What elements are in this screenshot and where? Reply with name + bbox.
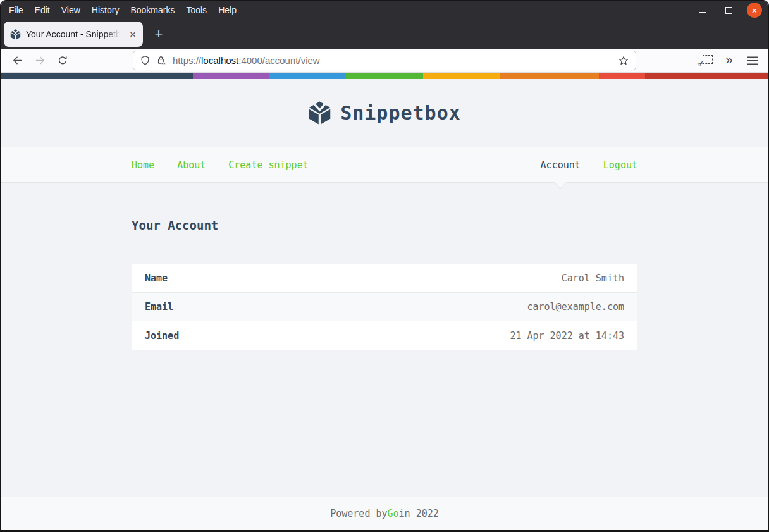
row-value: carol@example.com xyxy=(527,301,624,312)
menu-file[interactable]: File xyxy=(3,1,29,20)
brand-link[interactable]: Snippetbox xyxy=(308,101,461,125)
url-text[interactable]: https://localhost:4000/account/view xyxy=(173,55,613,66)
plus-icon: + xyxy=(155,27,163,41)
page-viewport: Snippetbox Home About Create snippet Acc… xyxy=(1,73,768,530)
account-table: Name Carol Smith Email carol@example.com… xyxy=(132,264,637,350)
star-icon xyxy=(618,55,629,66)
menu-tools[interactable]: Tools xyxy=(180,1,212,20)
stripe-segment xyxy=(269,73,346,79)
screenshot-extension-button[interactable]: ✂ xyxy=(697,51,716,70)
toolbar-overflow-button[interactable]: » xyxy=(720,51,739,70)
reload-icon xyxy=(57,55,68,66)
site-security-button[interactable] xyxy=(156,55,167,66)
table-row: Email carol@example.com xyxy=(132,293,637,321)
nav-link-create-snippet[interactable]: Create snippet xyxy=(228,159,308,171)
minimize-icon xyxy=(699,12,706,13)
rainbow-stripe xyxy=(1,73,768,79)
nav-link-about[interactable]: About xyxy=(177,159,206,171)
page-title: Your Account xyxy=(132,218,637,232)
row-label: Email xyxy=(145,301,173,312)
reload-button[interactable] xyxy=(53,51,72,70)
lock-warning-icon xyxy=(156,55,167,66)
tab-strip: Your Account - Snippetbox × + xyxy=(1,20,768,49)
menu-edit[interactable]: Edit xyxy=(29,1,56,20)
back-button[interactable] xyxy=(8,51,27,70)
forward-button[interactable] xyxy=(30,51,49,70)
browser-toolbar: https://localhost:4000/account/view ✂ » xyxy=(1,49,768,73)
stripe-segment xyxy=(423,73,500,79)
stripe-segment xyxy=(1,73,193,79)
row-value: 21 Apr 2022 at 14:43 xyxy=(510,330,624,342)
nav-link-logout[interactable]: Logout xyxy=(603,159,637,171)
url-host: localhost xyxy=(201,55,238,66)
nav-left-group: Home About Create snippet xyxy=(132,159,309,171)
back-arrow-icon xyxy=(11,54,23,66)
minimize-button[interactable] xyxy=(695,3,710,18)
shield-icon xyxy=(140,55,151,66)
url-path: :4000/account/view xyxy=(238,55,319,66)
url-scheme: https:// xyxy=(173,55,201,66)
footer-text-pre: Powered by xyxy=(330,508,387,519)
stripe-segment xyxy=(645,73,768,79)
menu-history[interactable]: History xyxy=(86,1,125,20)
table-row: Joined 21 Apr 2022 at 14:43 xyxy=(132,321,637,350)
menu-bookmarks[interactable]: Bookmarks xyxy=(125,1,180,20)
url-bar[interactable]: https://localhost:4000/account/view xyxy=(133,51,636,70)
stripe-segment xyxy=(599,73,645,79)
main-content: Your Account Name Carol Smith Email caro… xyxy=(1,183,768,497)
site-header: Snippetbox xyxy=(1,79,768,147)
hamburger-icon xyxy=(747,60,758,61)
table-row: Name Carol Smith xyxy=(132,264,637,293)
bookmark-star-button[interactable] xyxy=(618,55,629,66)
forward-arrow-icon xyxy=(34,54,46,66)
close-icon: × xyxy=(752,6,758,15)
menu-help[interactable]: Help xyxy=(212,1,242,20)
nav-link-home[interactable]: Home xyxy=(132,159,154,171)
favicon-cube-icon xyxy=(10,29,21,40)
tracking-shield-button[interactable] xyxy=(140,55,151,66)
titlebar: File Edit View History Bookmarks Tools H… xyxy=(1,1,768,20)
tab-title: Your Account - Snippetbox xyxy=(26,29,123,39)
tab-close-icon[interactable]: × xyxy=(128,28,138,40)
site-nav: Home About Create snippet Account Logout xyxy=(1,147,768,183)
maximize-button[interactable] xyxy=(721,3,736,18)
row-label: Joined xyxy=(145,330,179,342)
menu-view[interactable]: View xyxy=(56,1,86,20)
app-menu-button[interactable] xyxy=(742,51,761,70)
brand-title: Snippetbox xyxy=(340,102,461,124)
footer-go-link[interactable]: Go xyxy=(388,508,399,519)
new-tab-button[interactable]: + xyxy=(148,23,169,45)
chevron-double-right-icon: » xyxy=(725,53,732,68)
stripe-segment xyxy=(500,73,600,79)
nav-right-group: Account Logout xyxy=(541,159,637,171)
snippetbox-logo-icon xyxy=(308,101,331,125)
row-label: Name xyxy=(145,273,168,284)
close-window-button[interactable]: × xyxy=(747,3,762,18)
menubar: File Edit View History Bookmarks Tools H… xyxy=(3,1,242,20)
browser-tab[interactable]: Your Account - Snippetbox × xyxy=(4,22,143,47)
stripe-segment xyxy=(193,73,269,79)
footer-text-post: in 2022 xyxy=(399,508,439,519)
maximize-icon xyxy=(725,7,732,14)
site-footer: Powered by Go in 2022 xyxy=(1,497,768,530)
stripe-segment xyxy=(346,73,422,79)
browser-window: File Edit View History Bookmarks Tools H… xyxy=(0,0,769,532)
window-controls: × xyxy=(695,3,768,18)
row-value: Carol Smith xyxy=(562,273,624,284)
nav-link-account[interactable]: Account xyxy=(541,159,581,171)
